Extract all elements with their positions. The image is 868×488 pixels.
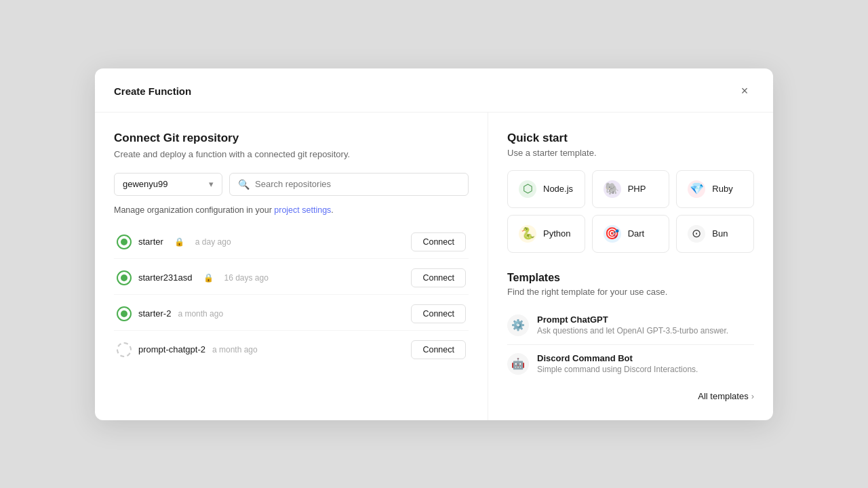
template-name: Discord Command Bot [537, 353, 698, 363]
language-grid: ⬡ Node.js 🐘 PHP 💎 Ruby 🐍 Python 🎯 Dart ⊙… [507, 170, 754, 253]
repo-list: starter 🔒 a day ago Connect starter231as… [114, 226, 469, 366]
right-panel: Quick start Use a starter template. ⬡ No… [488, 113, 773, 420]
modal-header: Create Function × [95, 68, 773, 113]
repo-item: prompt-chatgpt-2 a month ago Connect [114, 333, 469, 366]
lang-card-php[interactable]: 🐘 PHP [592, 170, 670, 208]
lang-card-dart[interactable]: 🎯 Dart [592, 215, 670, 253]
close-button[interactable]: × [735, 82, 754, 101]
templates-section: Templates Find the right template for yo… [507, 272, 754, 401]
lang-icon-dart: 🎯 [604, 225, 621, 243]
template-icon: 🤖 [507, 353, 529, 375]
lang-card-nodejs[interactable]: ⬡ Node.js [507, 170, 585, 208]
lang-card-ruby[interactable]: 💎 Ruby [676, 170, 754, 208]
lang-icon-php: 🐘 [604, 180, 621, 198]
repo-left: starter 🔒 a day ago [117, 235, 231, 249]
connect-button[interactable]: Connect [411, 304, 466, 323]
lang-card-bun[interactable]: ⊙ Bun [676, 215, 754, 253]
repo-item: starter231asd 🔒 16 days ago Connect [114, 262, 469, 295]
template-item-0[interactable]: ⚙️ Prompt ChatGPT Ask questions and let … [507, 306, 754, 345]
search-icon: 🔍 [238, 179, 250, 190]
modal-title: Create Function [114, 85, 191, 97]
connect-button[interactable]: Connect [411, 232, 466, 251]
templates-subtitle: Find the right template for your use cas… [507, 287, 754, 297]
repo-status-icon [117, 235, 132, 249]
lang-icon-python: 🐍 [519, 225, 536, 243]
all-templates-link: All templates [698, 391, 748, 401]
repo-privacy-icon: 🔒 [203, 273, 214, 283]
dropdown-value: gewenyu99 [123, 179, 168, 189]
template-name: Prompt ChatGPT [537, 314, 728, 325]
modal-backdrop: Create Function × Connect Git repository… [0, 0, 868, 488]
chevron-right-icon: › [751, 391, 754, 401]
lang-name: Node.js [543, 184, 573, 194]
lang-name: Python [543, 228, 570, 239]
template-icon: ⚙️ [507, 314, 529, 336]
repo-status-icon [117, 342, 132, 357]
lang-name: Dart [628, 228, 645, 239]
repo-time: a day ago [195, 237, 231, 247]
controls-row: gewenyu99 ▾ 🔍 [114, 173, 469, 196]
repo-name: starter231asd [138, 272, 193, 283]
create-function-modal: Create Function × Connect Git repository… [95, 68, 773, 420]
project-settings-link[interactable]: project settings [274, 205, 331, 215]
lang-name: Ruby [712, 184, 732, 194]
lang-card-python[interactable]: 🐍 Python [507, 215, 585, 253]
connect-button[interactable]: Connect [411, 268, 466, 287]
repo-time: 16 days ago [224, 273, 269, 283]
left-panel-subtitle: Create and deploy a function with a conn… [114, 149, 469, 159]
lang-icon-bun: ⊙ [688, 225, 705, 243]
template-info: Prompt ChatGPT Ask questions and let Ope… [537, 314, 728, 336]
repo-name: prompt-chatgpt-2 [138, 344, 205, 354]
template-info: Discord Command Bot Simple command using… [537, 353, 698, 374]
template-item-1[interactable]: 🤖 Discord Command Bot Simple command usi… [507, 345, 754, 383]
repo-privacy-icon: 🔒 [174, 237, 184, 247]
repo-left: starter231asd 🔒 16 days ago [117, 270, 269, 285]
repo-status-icon [117, 270, 132, 285]
template-desc: Simple command using Discord Interaction… [537, 365, 698, 374]
lang-name: PHP [628, 184, 646, 194]
repo-time: a month ago [178, 309, 223, 319]
quick-start-subtitle: Use a starter template. [507, 148, 754, 158]
repo-name: starter-2 [138, 308, 171, 319]
lang-icon-nodejs: ⬡ [519, 180, 536, 198]
chevron-down-icon: ▾ [209, 179, 214, 189]
search-input[interactable] [255, 179, 460, 189]
connect-button[interactable]: Connect [411, 340, 466, 359]
all-templates-row[interactable]: All templates › [507, 383, 754, 401]
repo-left: starter-2 a month ago [117, 306, 223, 321]
quick-start-title: Quick start [507, 131, 754, 145]
repo-item: starter 🔒 a day ago Connect [114, 226, 469, 259]
template-list: ⚙️ Prompt ChatGPT Ask questions and let … [507, 306, 754, 383]
repo-name: starter [138, 237, 163, 247]
repo-item: starter-2 a month ago Connect [114, 298, 469, 331]
search-box: 🔍 [229, 173, 469, 196]
lang-icon-ruby: 💎 [688, 180, 705, 198]
templates-title: Templates [507, 272, 754, 284]
manage-text: Manage organization configuration in you… [114, 205, 469, 215]
repo-time: a month ago [212, 345, 258, 354]
org-dropdown[interactable]: gewenyu99 ▾ [114, 173, 222, 196]
left-panel-title: Connect Git repository [114, 131, 469, 145]
modal-body: Connect Git repository Create and deploy… [95, 113, 773, 420]
repo-status-icon [117, 306, 132, 321]
template-desc: Ask questions and let OpenAI GPT-3.5-tur… [537, 326, 728, 336]
repo-left: prompt-chatgpt-2 a month ago [117, 342, 258, 357]
left-panel: Connect Git repository Create and deploy… [95, 113, 488, 420]
lang-name: Bun [712, 228, 728, 239]
